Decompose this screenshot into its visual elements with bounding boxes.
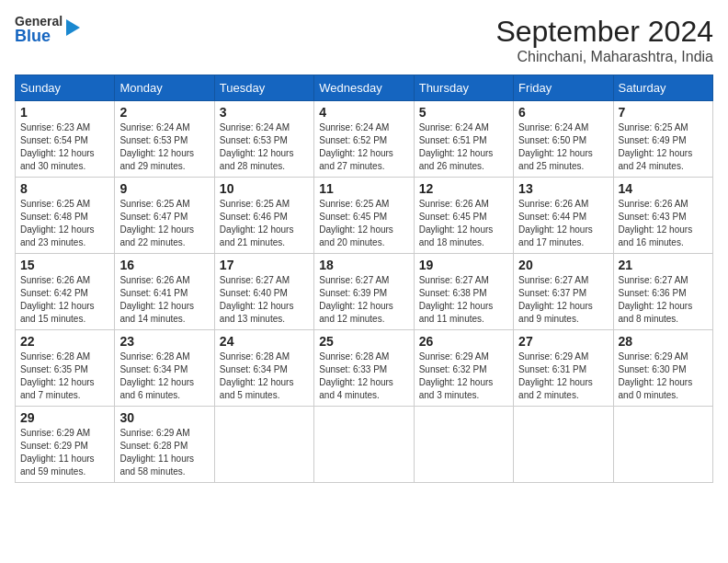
col-wednesday: Wednesday: [314, 75, 414, 101]
table-row: 24 Sunrise: 6:28 AMSunset: 6:34 PMDaylig…: [214, 330, 313, 407]
day-number: 6: [518, 105, 608, 120]
logo-arrow-icon: [66, 19, 80, 36]
day-number: 2: [119, 105, 209, 120]
cell-info: Sunrise: 6:25 AMSunset: 6:48 PMDaylight:…: [20, 198, 109, 249]
cell-info: Sunrise: 6:24 AMSunset: 6:52 PMDaylight:…: [319, 121, 408, 173]
cell-info: Sunrise: 6:25 AMSunset: 6:49 PMDaylight:…: [619, 121, 708, 173]
day-number: 17: [220, 258, 309, 272]
table-row: 15 Sunrise: 6:26 AMSunset: 6:42 PMDaylig…: [16, 254, 115, 330]
day-number: 21: [619, 258, 708, 272]
cell-info: Sunrise: 6:23 AMSunset: 6:54 PMDaylight:…: [20, 121, 109, 173]
cell-info: Sunrise: 6:26 AMSunset: 6:42 PMDaylight:…: [20, 274, 109, 326]
logo-general: General: [15, 15, 63, 28]
table-row: 18 Sunrise: 6:27 AMSunset: 6:39 PMDaylig…: [314, 254, 414, 330]
table-row: 28 Sunrise: 6:29 AMSunset: 6:30 PMDaylig…: [613, 330, 712, 407]
cell-info: Sunrise: 6:24 AMSunset: 6:53 PMDaylight:…: [220, 121, 309, 173]
table-row: 7 Sunrise: 6:25 AMSunset: 6:49 PMDayligh…: [613, 101, 712, 178]
day-number: 26: [419, 334, 508, 349]
table-row: 10 Sunrise: 6:25 AMSunset: 6:46 PMDaylig…: [214, 178, 313, 254]
logo: General Blue: [15, 15, 80, 44]
day-number: 5: [419, 105, 508, 120]
cell-info: Sunrise: 6:27 AMSunset: 6:40 PMDaylight:…: [220, 274, 309, 326]
col-sunday: Sunday: [16, 75, 115, 101]
table-row: 12 Sunrise: 6:26 AMSunset: 6:45 PMDaylig…: [414, 178, 513, 254]
calendar-week-5: 29 Sunrise: 6:29 AMSunset: 6:29 PMDaylig…: [16, 407, 713, 483]
day-number: 9: [119, 181, 209, 196]
logo-blue: Blue: [15, 28, 63, 44]
table-row: 14 Sunrise: 6:26 AMSunset: 6:43 PMDaylig…: [613, 178, 712, 254]
table-row: 19 Sunrise: 6:27 AMSunset: 6:38 PMDaylig…: [414, 254, 513, 330]
day-number: 20: [518, 258, 608, 272]
col-friday: Friday: [514, 75, 613, 101]
day-number: 27: [518, 334, 608, 349]
day-number: 25: [319, 334, 408, 349]
calendar-table: Sunday Monday Tuesday Wednesday Thursday…: [15, 75, 713, 483]
col-tuesday: Tuesday: [214, 75, 313, 101]
day-number: 14: [619, 181, 708, 196]
table-row: 25 Sunrise: 6:28 AMSunset: 6:33 PMDaylig…: [314, 330, 414, 407]
cell-info: Sunrise: 6:26 AMSunset: 6:41 PMDaylight:…: [119, 274, 209, 326]
table-row: [314, 407, 414, 483]
day-number: 1: [20, 105, 109, 120]
table-row: 22 Sunrise: 6:28 AMSunset: 6:35 PMDaylig…: [16, 330, 115, 407]
table-row: 21 Sunrise: 6:27 AMSunset: 6:36 PMDaylig…: [613, 254, 712, 330]
day-number: 8: [20, 181, 109, 196]
table-row: 4 Sunrise: 6:24 AMSunset: 6:52 PMDayligh…: [314, 101, 414, 178]
cell-info: Sunrise: 6:26 AMSunset: 6:44 PMDaylight:…: [518, 198, 608, 249]
day-number: 4: [319, 105, 408, 120]
page-header: General Blue September 2024 Chinchani, M…: [15, 15, 713, 65]
table-row: 8 Sunrise: 6:25 AMSunset: 6:48 PMDayligh…: [16, 178, 115, 254]
day-number: 7: [619, 105, 708, 120]
calendar-week-2: 8 Sunrise: 6:25 AMSunset: 6:48 PMDayligh…: [16, 178, 713, 254]
table-row: 23 Sunrise: 6:28 AMSunset: 6:34 PMDaylig…: [115, 330, 214, 407]
table-row: 3 Sunrise: 6:24 AMSunset: 6:53 PMDayligh…: [214, 101, 313, 178]
cell-info: Sunrise: 6:29 AMSunset: 6:31 PMDaylight:…: [518, 350, 608, 402]
cell-info: Sunrise: 6:28 AMSunset: 6:34 PMDaylight:…: [220, 350, 309, 402]
day-number: 29: [20, 410, 109, 425]
calendar-header-row: Sunday Monday Tuesday Wednesday Thursday…: [16, 75, 713, 101]
cell-info: Sunrise: 6:28 AMSunset: 6:34 PMDaylight:…: [119, 350, 209, 402]
cell-info: Sunrise: 6:26 AMSunset: 6:43 PMDaylight:…: [619, 198, 708, 249]
table-row: [613, 407, 712, 483]
calendar-week-4: 22 Sunrise: 6:28 AMSunset: 6:35 PMDaylig…: [16, 330, 713, 407]
cell-info: Sunrise: 6:27 AMSunset: 6:37 PMDaylight:…: [518, 274, 608, 326]
table-row: 6 Sunrise: 6:24 AMSunset: 6:50 PMDayligh…: [514, 101, 613, 178]
day-number: 3: [220, 105, 309, 120]
table-row: [214, 407, 313, 483]
month-title: September 2024: [495, 15, 713, 49]
cell-info: Sunrise: 6:29 AMSunset: 6:28 PMDaylight:…: [119, 427, 209, 478]
table-row: [414, 407, 513, 483]
day-number: 22: [20, 334, 109, 349]
table-row: 29 Sunrise: 6:29 AMSunset: 6:29 PMDaylig…: [16, 407, 115, 483]
table-row: 11 Sunrise: 6:25 AMSunset: 6:45 PMDaylig…: [314, 178, 414, 254]
cell-info: Sunrise: 6:27 AMSunset: 6:39 PMDaylight:…: [319, 274, 408, 326]
day-number: 11: [319, 181, 408, 196]
col-monday: Monday: [115, 75, 214, 101]
table-row: 16 Sunrise: 6:26 AMSunset: 6:41 PMDaylig…: [115, 254, 214, 330]
day-number: 30: [119, 410, 209, 425]
day-number: 23: [119, 334, 209, 349]
col-saturday: Saturday: [613, 75, 712, 101]
location-subtitle: Chinchani, Maharashtra, India: [495, 49, 713, 65]
calendar-week-3: 15 Sunrise: 6:26 AMSunset: 6:42 PMDaylig…: [16, 254, 713, 330]
table-row: 9 Sunrise: 6:25 AMSunset: 6:47 PMDayligh…: [115, 178, 214, 254]
table-row: 26 Sunrise: 6:29 AMSunset: 6:32 PMDaylig…: [414, 330, 513, 407]
table-row: 13 Sunrise: 6:26 AMSunset: 6:44 PMDaylig…: [514, 178, 613, 254]
table-row: 1 Sunrise: 6:23 AMSunset: 6:54 PMDayligh…: [16, 101, 115, 178]
day-number: 16: [119, 258, 209, 272]
cell-info: Sunrise: 6:25 AMSunset: 6:46 PMDaylight:…: [220, 198, 309, 249]
day-number: 15: [20, 258, 109, 272]
logo-text: General Blue: [15, 15, 63, 44]
cell-info: Sunrise: 6:24 AMSunset: 6:53 PMDaylight:…: [119, 121, 209, 173]
cell-info: Sunrise: 6:26 AMSunset: 6:45 PMDaylight:…: [419, 198, 508, 249]
col-thursday: Thursday: [414, 75, 513, 101]
day-number: 13: [518, 181, 608, 196]
cell-info: Sunrise: 6:25 AMSunset: 6:47 PMDaylight:…: [119, 198, 209, 249]
day-number: 18: [319, 258, 408, 272]
cell-info: Sunrise: 6:28 AMSunset: 6:33 PMDaylight:…: [319, 350, 408, 402]
cell-info: Sunrise: 6:28 AMSunset: 6:35 PMDaylight:…: [20, 350, 109, 402]
cell-info: Sunrise: 6:27 AMSunset: 6:38 PMDaylight:…: [419, 274, 508, 326]
table-row: 27 Sunrise: 6:29 AMSunset: 6:31 PMDaylig…: [514, 330, 613, 407]
table-row: 17 Sunrise: 6:27 AMSunset: 6:40 PMDaylig…: [214, 254, 313, 330]
title-area: September 2024 Chinchani, Maharashtra, I…: [495, 15, 713, 65]
